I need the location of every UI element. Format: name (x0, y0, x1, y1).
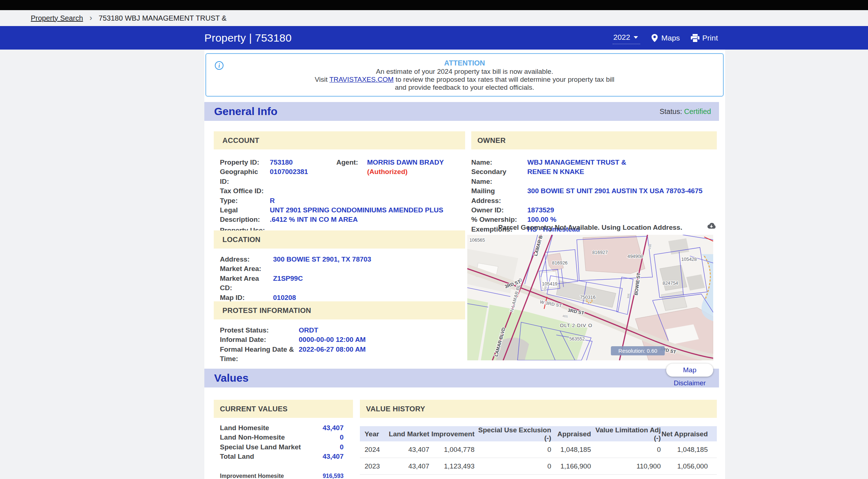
map-pin-icon (651, 34, 658, 42)
field-market-area-cd: Market Area CD:Z1SP99C (220, 274, 459, 293)
field-agent: Agent:MORRIS DAWN BRADY (336, 158, 456, 167)
field-value: 100.00 % (527, 215, 717, 224)
table-cell: 2023 (360, 462, 389, 470)
breadcrumb-link-property-search[interactable]: Property Search (31, 14, 83, 22)
cv-value: 43,407 (323, 423, 344, 433)
property-detail-page: Property Search › 753180 WBJ MANAGEMENT … (0, 0, 868, 479)
field-label: Address: (220, 255, 273, 264)
field-label: Secondary Name: (471, 167, 527, 186)
cv-label: Special Use Land Market (220, 442, 301, 452)
field-mailing-address: Mailing Address:300 BOWIE ST UNIT 2901 A… (471, 186, 717, 205)
field-label: Formal Hearing Date & Time: (220, 345, 299, 364)
field-value: 0000-00-00 12:00 AM (299, 335, 451, 344)
map-parcel-label: 563552 (569, 336, 585, 342)
cv-value: 43,407 (323, 452, 344, 461)
map-download-button[interactable] (706, 221, 716, 231)
field-legal-description: Legal Description:UNT 2901 SPRING CONDOM… (220, 205, 459, 225)
field-secondary-name: Secondary Name:RENEE N KNAKE (471, 167, 717, 186)
value-history-header: VALUE HISTORY (360, 400, 717, 418)
field-value (273, 264, 454, 274)
map-plat-label: OLT 2 DIV O (560, 323, 592, 328)
breadcrumb: Property Search › 753180 WBJ MANAGEMENT … (0, 10, 868, 26)
travistaxes-link[interactable]: TRAVISTAXES.COM (329, 76, 394, 83)
agent-name: MORRIS DAWN BRADY (367, 158, 456, 167)
field-owner-id: Owner ID:1873529 (471, 205, 717, 215)
table-cell: 1,004,778 (429, 446, 475, 454)
table-cell: 1,048,185 (661, 446, 708, 454)
table-cell: 1,048,185 (551, 446, 591, 454)
field-label: Agent: (336, 158, 367, 167)
field-value: 1873529 (527, 205, 717, 215)
attention-line2-post: to review the proposed tax rates that wi… (393, 76, 614, 83)
field-label: Informal Date: (220, 335, 299, 344)
protest-section-title: PROTEST INFORMATION (214, 301, 465, 319)
field-protest-status: Protest Status:ORDT (220, 326, 459, 335)
column-header: Value Limitation Adj (-) (591, 426, 661, 442)
attention-line3: and provide feedback to your elected off… (206, 84, 723, 92)
field-value: 300 BOWIE ST UNIT 2901 AUSTIN TX USA 787… (527, 186, 717, 205)
app-header-bar: Property | 753180 2022 Maps Print (0, 26, 868, 50)
parcel-map[interactable]: 106565 816926 816927 494908 105428 10541… (467, 235, 713, 360)
column-header: Year (360, 430, 389, 438)
agent-block: Agent:MORRIS DAWN BRADY (Authorized) (336, 158, 456, 177)
attention-banner: i ATTENTION An estimate of your 2024 pro… (205, 53, 724, 97)
field-value: R (270, 196, 459, 205)
list-item: Land Homesite43,407 (220, 423, 344, 433)
map-parcel-label: 824754 (663, 281, 678, 286)
cv-label: Total Land (220, 452, 254, 461)
field-label: Property ID: (220, 158, 270, 167)
table-cell: 1,166,900 (551, 462, 591, 470)
protest-section-header: PROTEST INFORMATION (214, 301, 465, 319)
field-value: Z1SP99C (273, 274, 454, 293)
year-select[interactable]: 2022 (613, 31, 641, 44)
table-cell: 2024 (360, 446, 389, 454)
browser-top-bar (0, 0, 868, 10)
attention-heading: ATTENTION (206, 58, 723, 68)
column-header: Land Market (389, 430, 429, 438)
table-row: 2023 43,407 1,123,493 0 1,166,900 110,90… (360, 458, 717, 475)
field-label: % Ownership: (471, 215, 527, 224)
cv-value: 0 (340, 433, 344, 442)
main-content: i ATTENTION An estimate of your 2024 pro… (204, 50, 725, 479)
location-fields: Address:300 BOWIE ST 2901, TX 78703 Mark… (220, 255, 459, 302)
table-row: 2022 43,407 916,593 0 960,000 0 960,000 (360, 475, 717, 479)
field-value: WBJ MANAGEMENT TRUST & (527, 158, 717, 167)
map-address-number: 306 (626, 293, 631, 299)
field-label: Market Area CD: (220, 274, 273, 293)
agent-status-row: (Authorized) (336, 167, 456, 177)
header-controls: 2022 Maps Print (613, 26, 718, 50)
map-parcel-label: 494908 (627, 254, 643, 259)
field-label: Owner ID: (471, 205, 527, 215)
list-item-improvement: Improvement Homesite916,593 (220, 471, 344, 479)
protest-fields: Protest Status:ORDT Informal Date:0000-0… (220, 326, 459, 364)
list-item: Total Land43,407 (220, 452, 344, 461)
account-section-header: ACCOUNT (214, 131, 465, 149)
general-info-title: General Info (214, 102, 277, 121)
print-button[interactable]: Print (691, 34, 718, 42)
field-label: Market Area: (220, 264, 273, 274)
year-select-value: 2022 (613, 33, 630, 42)
field-owner-name: Name:WBJ MANAGEMENT TRUST & (471, 158, 717, 167)
list-item: Special Use Land Market0 (220, 442, 344, 452)
chevron-down-icon (634, 36, 638, 39)
map-parcel-label: 816926 (552, 260, 567, 266)
field-value: 300 BOWIE ST 2901, TX 78703 (273, 255, 454, 264)
table-cell: 0 (475, 462, 551, 470)
map-parcel-label-selected: 750316 (580, 295, 596, 300)
attention-line2: Visit TRAVISTAXES.COM to review the prop… (206, 76, 723, 84)
column-header: Appraised (551, 430, 591, 438)
field-type: Type:R (220, 196, 459, 205)
column-header: Net Appraised (661, 430, 708, 438)
value-history-title: VALUE HISTORY (360, 400, 717, 418)
field-label: Legal Description: (220, 205, 270, 225)
table-cell: 0 (475, 446, 551, 454)
field-label: Tax Office ID: (220, 186, 270, 196)
status-label: Status: (660, 107, 684, 115)
field-label: Geographic ID: (220, 167, 270, 186)
resolution-badge-label: Resolution: 0.60 (618, 348, 658, 354)
map-disclaimer-button[interactable]: Map Disclaimer (666, 364, 713, 377)
current-values-list: Land Homesite43,407 Land Non-Homesite0 S… (220, 423, 344, 462)
field-label: Mailing Address: (471, 186, 527, 205)
owner-section-title: OWNER (471, 131, 717, 149)
maps-button[interactable]: Maps (651, 34, 680, 42)
